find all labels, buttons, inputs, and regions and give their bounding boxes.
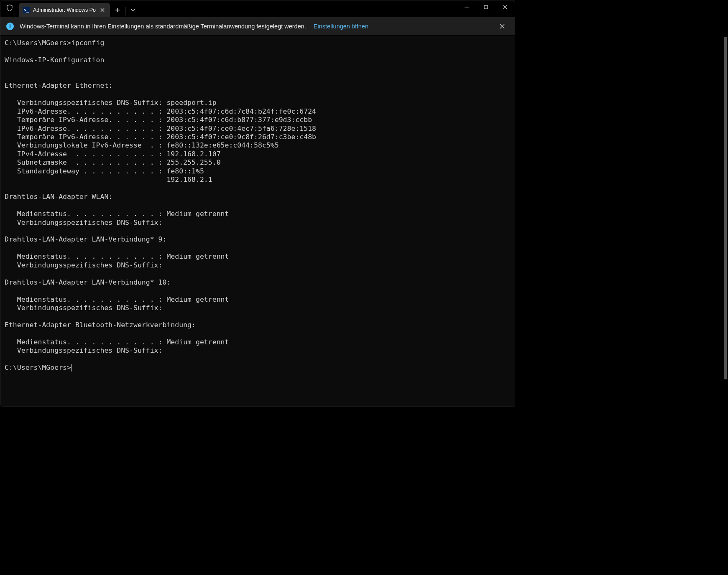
svg-rect-5 [484, 5, 488, 9]
info-icon: i [6, 23, 14, 30]
tab-close-button[interactable] [99, 7, 106, 13]
new-tab-button[interactable] [110, 3, 125, 17]
infobar-link[interactable]: Einstellungen öffnen [314, 23, 368, 30]
admin-shield-area [0, 0, 19, 17]
tab-powershell[interactable]: >_ Administrator: Windows Po [19, 3, 110, 17]
window-controls [457, 0, 515, 14]
infobar-text: Windows-Terminal kann in Ihren Einstellu… [20, 23, 306, 30]
minimize-button[interactable] [457, 0, 476, 14]
maximize-button[interactable] [476, 0, 496, 14]
tab-title: Administrator: Windows Po [33, 7, 96, 13]
cursor [71, 364, 72, 371]
prompt: C:\Users\MGoers> [5, 364, 71, 371]
tab-dropdown-button[interactable] [125, 3, 140, 17]
infobar: i Windows-Terminal kann in Ihren Einstel… [0, 17, 515, 36]
shield-icon [6, 4, 13, 13]
close-window-button[interactable] [496, 0, 515, 14]
powershell-icon: >_ [23, 7, 30, 13]
terminal-output[interactable]: C:\Users\MGoers>ipconfig Windows-IP-Konf… [0, 36, 515, 407]
infobar-close-button[interactable] [496, 20, 509, 33]
titlebar: >_ Administrator: Windows Po [0, 0, 515, 17]
